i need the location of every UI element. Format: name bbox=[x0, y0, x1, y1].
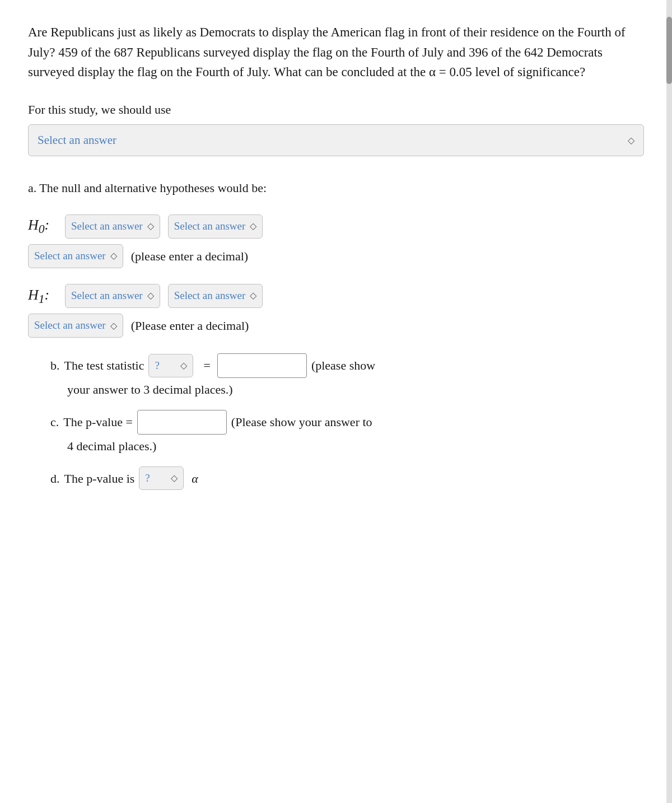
section-b-row: b. The test statistic ? ◇ = (please show bbox=[50, 353, 644, 378]
h0-dropdown2-label: Select an answer bbox=[174, 218, 246, 235]
h0-dropdown2[interactable]: Select an answer ◇ bbox=[168, 214, 263, 239]
h1-dropdown1-chevron-icon: ◇ bbox=[147, 289, 154, 302]
section-c-text3: 4 decimal places.) bbox=[67, 439, 156, 453]
h0-dropdown1[interactable]: Select an answer ◇ bbox=[65, 214, 160, 239]
h0-row2: Select an answer ◇ (please enter a decim… bbox=[28, 244, 644, 268]
section-b-text2: (please show bbox=[311, 356, 375, 375]
section-b-label: b. bbox=[50, 356, 60, 375]
h1-row2: Select an answer ◇ (Please enter a decim… bbox=[28, 314, 644, 338]
section-d-text1: The p-value is bbox=[64, 469, 135, 488]
section-c-label: c. bbox=[50, 413, 59, 431]
for-study-label: For this study, we should use bbox=[28, 100, 644, 119]
h1-dropdown3-label: Select an answer bbox=[34, 318, 106, 334]
section-d-dropdown-chevron-icon: ◇ bbox=[171, 471, 178, 485]
study-use-chevron-icon: ◇ bbox=[628, 134, 634, 147]
study-use-dropdown-label: Select an answer bbox=[38, 132, 116, 150]
h0-dropdown1-label: Select an answer bbox=[71, 218, 143, 235]
h1-decimal-text: (Please enter a decimal) bbox=[131, 316, 249, 335]
scrollbar-thumb[interactable] bbox=[666, 17, 672, 84]
section-b-text1: The test statistic bbox=[64, 356, 144, 375]
h0-dropdown3-chevron-icon: ◇ bbox=[110, 249, 117, 263]
section-d-row: d. The p-value is ? ◇ α bbox=[50, 466, 644, 491]
h0-block: H0: Select an answer ◇ Select an answer … bbox=[28, 214, 644, 268]
section-d: d. The p-value is ? ◇ α bbox=[50, 466, 644, 491]
section-d-dropdown[interactable]: ? ◇ bbox=[139, 466, 184, 491]
section-d-alpha: α bbox=[192, 469, 198, 488]
h0-dropdown3-label: Select an answer bbox=[34, 248, 106, 264]
h0-row1: H0: Select an answer ◇ Select an answer … bbox=[28, 214, 644, 239]
section-b-dropdown-chevron-icon: ◇ bbox=[180, 359, 187, 372]
section-a-label: a. The null and alternative hypotheses w… bbox=[28, 179, 644, 197]
section-b-input[interactable] bbox=[217, 353, 307, 378]
question-text: Are Republicans just as likely as Democr… bbox=[28, 22, 644, 82]
section-b-dropdown[interactable]: ? ◇ bbox=[148, 354, 193, 378]
section-c-text2: (Please show your answer to bbox=[231, 413, 372, 431]
h1-row1: H1: Select an answer ◇ Select an answer … bbox=[28, 284, 644, 309]
h0-decimal-text: (please enter a decimal) bbox=[131, 247, 248, 265]
h1-symbol: H1: bbox=[28, 284, 56, 309]
h1-dropdown2-chevron-icon: ◇ bbox=[250, 289, 256, 302]
section-c-input[interactable] bbox=[137, 410, 227, 435]
h0-dropdown2-chevron-icon: ◇ bbox=[250, 220, 256, 233]
h1-dropdown1[interactable]: Select an answer ◇ bbox=[65, 284, 160, 308]
h1-dropdown2-label: Select an answer bbox=[174, 288, 246, 304]
section-c-row: c. The p-value = (Please show your answe… bbox=[50, 410, 644, 435]
section-d-dropdown-label: ? bbox=[145, 470, 150, 487]
h0-dropdown1-chevron-icon: ◇ bbox=[147, 220, 154, 233]
section-d-label: d. bbox=[50, 469, 60, 488]
section-b: b. The test statistic ? ◇ = (please show… bbox=[50, 353, 644, 399]
h0-symbol: H0: bbox=[28, 214, 56, 239]
study-use-dropdown[interactable]: Select an answer ◇ bbox=[28, 124, 644, 157]
h1-dropdown3-chevron-icon: ◇ bbox=[110, 319, 117, 333]
h1-dropdown2[interactable]: Select an answer ◇ bbox=[168, 284, 263, 308]
scrollbar-track bbox=[666, 0, 672, 521]
section-b-dropdown-label: ? bbox=[155, 358, 159, 374]
section-c: c. The p-value = (Please show your answe… bbox=[50, 410, 644, 455]
section-c-text1: The p-value = bbox=[63, 413, 133, 431]
section-b-text3: your answer to 3 decimal places.) bbox=[67, 382, 233, 396]
section-b-equals: = bbox=[203, 356, 210, 375]
h1-dropdown3[interactable]: Select an answer ◇ bbox=[28, 314, 123, 338]
h1-dropdown1-label: Select an answer bbox=[71, 288, 143, 304]
h1-block: H1: Select an answer ◇ Select an answer … bbox=[28, 284, 644, 338]
h0-dropdown3[interactable]: Select an answer ◇ bbox=[28, 244, 123, 268]
